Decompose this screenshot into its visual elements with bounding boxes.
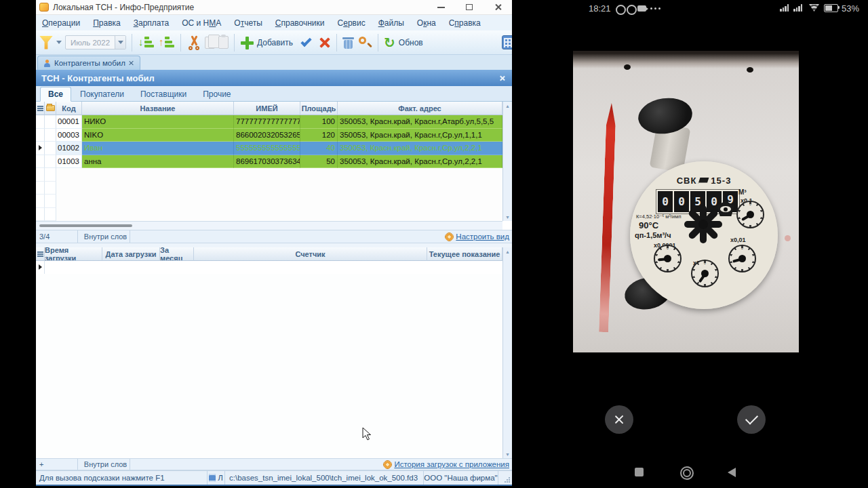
table-row-selected[interactable]: 01002 Иван 555555555555555 40 350053, Кр… [36,142,502,155]
row-selector-cell[interactable] [36,115,45,129]
row-selector-cell[interactable] [36,155,45,169]
tab-all[interactable]: Все [40,87,71,102]
column-header-name[interactable]: Название [82,102,234,115]
cell-address[interactable]: 350053, Красн.край, Красн.г,Ср.ул,1,1,1 [338,129,502,142]
refresh-button[interactable]: ↻ [384,36,395,49]
copy-button[interactable] [205,37,215,49]
table1-horizontal-scrollbar[interactable] [36,221,502,230]
cell-address[interactable]: 350053, Красн.край, Красн.г,Ср.ул,2,2,1 [338,155,502,169]
period-combo[interactable]: Июль 2022 [65,35,126,49]
menu-operations[interactable]: Операции [42,18,80,28]
cell-area[interactable]: 120 [300,129,338,142]
cell-imei[interactable]: 869617030373634 [234,155,300,169]
cell-imei[interactable]: 555555555555555 [234,142,300,155]
menu-directories[interactable]: Справочники [275,18,325,28]
filter-button[interactable] [39,36,53,49]
column-header-imei[interactable]: ИМЕЙ [234,102,300,115]
menu-edit[interactable]: Правка [93,18,121,28]
add-button[interactable] [240,36,254,49]
calculator-button[interactable] [502,35,512,49]
menu-os-nma[interactable]: ОС и НМА [182,18,221,28]
column-header-load-date[interactable]: Дата загрузки [102,247,160,261]
accept-button[interactable] [737,405,766,434]
cancel-button[interactable] [319,37,331,49]
row-icon-cell[interactable] [45,129,56,142]
column-header-area[interactable]: Площадь [300,102,338,115]
cell-name[interactable]: NIKO [82,129,234,142]
empty-cell[interactable] [45,261,502,274]
table-row[interactable]: 01003 анна 869617030373634 50 350053, Кр… [36,155,502,169]
table-row-empty[interactable] [36,261,502,274]
row-icon-cell[interactable] [45,142,56,155]
cell-address[interactable]: 350053, Красн.край, Красн.г,Атарб.ул,5,5… [338,115,502,129]
table2-vertical-scrollbar[interactable]: ▲ ▼ [502,247,512,458]
tab-suppliers[interactable]: Поставщики [133,87,194,101]
current-row-marker[interactable] [36,261,45,274]
cut-button[interactable] [186,35,201,50]
nav-back-button[interactable] [728,468,736,477]
folder-column-header[interactable] [45,102,56,115]
menu-files[interactable]: Файлы [378,18,404,28]
column-header-address[interactable]: Факт. адрес [338,102,502,115]
sort-desc-button[interactable]: ↑ [158,35,175,50]
cell-code[interactable]: 01002 [56,142,82,155]
refresh-button-label[interactable]: Обнов [399,38,423,47]
menu-reports[interactable]: Отчеты [234,18,262,28]
table-row[interactable]: 00001 НИКО 777777777777777 100 350053, К… [36,115,502,129]
row-icon-cell[interactable] [45,115,56,129]
cell-address[interactable]: 350053, Красн.край, Красн.г,Ср.ул,2,2,1 [338,142,502,155]
sort-asc-button[interactable]: ↓ [138,35,155,50]
scrollbar-thumb[interactable] [39,224,132,227]
minimize-button[interactable] [427,0,455,14]
scroll-down-icon[interactable]: ▼ [503,450,512,458]
scroll-up-icon[interactable]: ▲ [503,102,512,110]
close-button[interactable] [484,0,512,14]
menu-help[interactable]: Справка [449,18,481,28]
tab-close-icon[interactable] [129,60,134,66]
table1-vertical-scrollbar[interactable]: ▲ ▼ [502,102,512,221]
search-button[interactable] [357,35,372,50]
nav-home-button[interactable] [680,466,694,480]
load-history[interactable]: История загрузок с приложения [384,460,512,468]
column-header-current-reading[interactable]: Текущее показание [427,247,502,261]
row-selector-cell[interactable] [36,129,45,142]
period-dropdown-button[interactable] [115,36,125,49]
tab-buyers[interactable]: Покупатели [73,87,132,101]
current-row-marker[interactable] [36,142,45,155]
menu-windows[interactable]: Окна [417,18,436,28]
cell-code[interactable]: 00001 [56,115,82,129]
configure-view[interactable]: Настроить вид [446,232,512,241]
cell-name[interactable]: НИКО [82,115,234,129]
column-header-code[interactable]: Код [56,102,82,115]
cell-code[interactable]: 01003 [56,155,82,169]
nav-recents-button[interactable] [635,468,644,476]
cell-area[interactable]: 40 [300,142,338,155]
tab-others[interactable]: Прочие [195,87,238,101]
cell-name[interactable]: Иван [82,142,234,155]
add-button-label[interactable]: Добавить [257,38,293,47]
row-menu-header[interactable] [36,247,45,261]
resize-grip[interactable] [504,476,511,483]
cell-code[interactable]: 00003 [56,129,82,142]
cell-name[interactable]: анна [82,155,234,169]
maximize-button[interactable] [455,0,484,14]
scroll-down-icon[interactable]: ▼ [503,213,512,221]
cell-area[interactable]: 100 [300,115,338,129]
configure-view-link[interactable]: Настроить вид [456,232,509,241]
column-header-meter[interactable]: Счетчик [194,247,427,261]
column-header-month[interactable]: За месяц [160,247,194,261]
delete-button[interactable] [342,36,354,49]
row-icon-cell[interactable] [45,155,56,169]
table-row[interactable]: 00003 NIKO 866002032053265 120 350053, К… [36,129,502,142]
menu-service[interactable]: Сервис [338,18,366,28]
load-history-link[interactable]: История загрузок с приложения [394,460,509,468]
cell-imei[interactable]: 866002032053265 [234,129,300,142]
menu-salary[interactable]: Зарплата [134,18,170,28]
row-menu-header[interactable] [36,102,45,115]
confirm-button[interactable] [296,41,315,44]
add-row-button[interactable]: + [36,459,78,470]
column-header-load-time[interactable]: Время загрузки [45,247,102,261]
cell-imei[interactable]: 777777777777777 [234,115,300,129]
filter-dropdown[interactable] [56,41,62,44]
cell-area[interactable]: 50 [300,155,338,169]
